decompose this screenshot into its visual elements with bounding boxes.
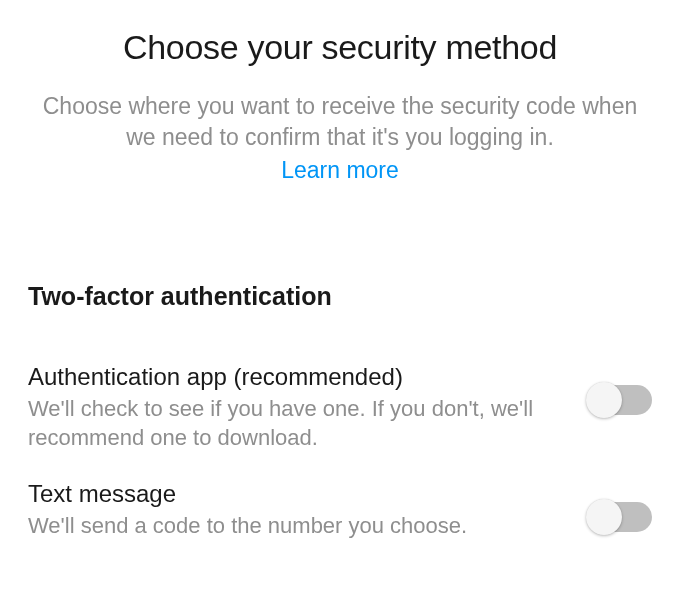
text-message-toggle[interactable]	[588, 502, 652, 532]
toggle-knob-icon	[586, 499, 622, 535]
text-message-desc: We'll send a code to the number you choo…	[28, 512, 568, 541]
two-factor-section: Two-factor authentication Authentication…	[0, 282, 680, 541]
section-title: Two-factor authentication	[28, 282, 652, 311]
auth-app-toggle[interactable]	[588, 385, 652, 415]
learn-more-link[interactable]: Learn more	[281, 155, 399, 186]
subtitle-text: Choose where you want to receive the sec…	[43, 93, 638, 150]
auth-app-text: Authentication app (recommended) We'll c…	[28, 363, 588, 452]
auth-app-desc: We'll check to see if you have one. If y…	[28, 395, 568, 452]
page-subtitle: Choose where you want to receive the sec…	[24, 91, 656, 186]
text-message-text: Text message We'll send a code to the nu…	[28, 480, 588, 541]
header: Choose your security method Choose where…	[0, 0, 680, 186]
page-title: Choose your security method	[24, 28, 656, 67]
text-message-title: Text message	[28, 480, 568, 508]
auth-app-title: Authentication app (recommended)	[28, 363, 568, 391]
toggle-knob-icon	[586, 382, 622, 418]
auth-app-option: Authentication app (recommended) We'll c…	[28, 363, 652, 452]
text-message-option: Text message We'll send a code to the nu…	[28, 480, 652, 541]
security-settings-screen: Choose your security method Choose where…	[0, 0, 680, 541]
